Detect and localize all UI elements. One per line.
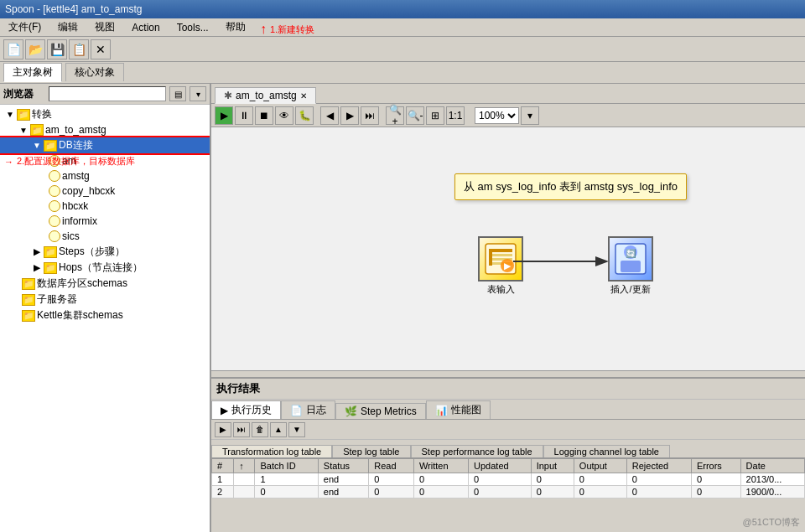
- browser-expand-btn[interactable]: ▤: [169, 86, 186, 101]
- clear-btn[interactable]: 🗑: [252, 422, 268, 437]
- file-icon-am: [49, 155, 60, 167]
- tab-main-objects[interactable]: 主对象树: [3, 63, 62, 82]
- tree-item-hbcxk[interactable]: hbcxk: [0, 199, 210, 214]
- main-layout: 浏览器 ▤ ▾ ▼ 📁 转换 ▼ 📁 am_to_amstg: [0, 84, 805, 532]
- step-table-input-label: 表输入: [467, 283, 534, 296]
- file-icon-informix: [49, 215, 60, 227]
- log-tab-step[interactable]: Step log table: [332, 445, 410, 457]
- col-written: Written: [413, 459, 468, 473]
- result-table-container: # ↑ Batch ID Status Read Written Updated…: [211, 458, 805, 532]
- zoom-select[interactable]: 100% 50% 75% 125% 150%: [475, 107, 519, 124]
- tree-label-hbcxk: hbcxk: [62, 200, 88, 212]
- col-status: Status: [318, 459, 368, 473]
- tree-item-db-connections[interactable]: ▼ 📁 DB连接: [0, 137, 210, 153]
- log-tab-channel[interactable]: Logging channel log table: [543, 445, 670, 457]
- tree-item-transforms[interactable]: ▼ 📁 转换: [0, 106, 210, 122]
- preview-button[interactable]: 👁: [275, 106, 293, 125]
- pause-button[interactable]: ⏸: [235, 106, 253, 125]
- tree-item-hops[interactable]: ▶ 📁 Hops（节点连接）: [0, 260, 210, 276]
- menu-help[interactable]: 帮助: [221, 18, 251, 36]
- table-cell: 0: [469, 486, 532, 498]
- browser-header: 浏览器 ▤ ▾: [0, 84, 210, 105]
- canvas-tab-bar: ✱ am_to_amstg ✕: [211, 84, 805, 104]
- canvas-tab-close[interactable]: ✕: [300, 91, 307, 101]
- tree-item-copy-hbcxk[interactable]: copy_hbcxk: [0, 183, 210, 199]
- step-insert-update-label: 插入/更新: [597, 283, 664, 296]
- expand-icon-steps: ▶: [30, 245, 44, 259]
- menu-bar: 文件(F) 编辑 视图 Action Tools... 帮助 ↑ 1.新建转换: [0, 18, 805, 37]
- menu-action[interactable]: Action: [127, 20, 164, 35]
- tree-item-sub-server[interactable]: 📁 子服务器: [0, 292, 210, 307]
- scroll-up-btn[interactable]: ▲: [270, 422, 287, 437]
- tab-log[interactable]: 📄 日志: [281, 400, 335, 419]
- folder-icon-sub-server: 📁: [22, 294, 35, 306]
- tree-item-amstg[interactable]: amstg: [0, 168, 210, 183]
- svg-rect-12: [621, 261, 641, 272]
- zoom-in-btn[interactable]: 🔍+: [386, 106, 404, 125]
- tree-item-kettle-schemas[interactable]: 📁 Kettle集群schemas: [0, 307, 210, 323]
- new-button[interactable]: 📄: [3, 39, 23, 59]
- log-tab-perf[interactable]: Step performance log table: [411, 445, 543, 457]
- file-icon-hbcxk: [49, 200, 60, 212]
- menu-file[interactable]: 文件(F): [3, 18, 46, 36]
- tree-label-am: am_to_amstg: [45, 124, 106, 136]
- menu-edit[interactable]: 编辑: [53, 18, 83, 36]
- zoom-dropdown-btn[interactable]: ▾: [521, 106, 539, 125]
- debug-button[interactable]: 🐛: [295, 106, 314, 125]
- folder-icon-db-schemas: 📁: [22, 278, 35, 290]
- zoom-100-btn[interactable]: 1:1: [446, 106, 465, 125]
- zoom-out-btn[interactable]: 🔍-: [406, 106, 424, 125]
- run-button[interactable]: ▶: [215, 106, 233, 125]
- table-cell: 0: [369, 486, 414, 498]
- step-insert-update[interactable]: 🔄 插入/更新: [597, 236, 664, 296]
- step-table-input[interactable]: ▶ 表输入: [467, 236, 534, 296]
- right-panel: ✱ am_to_amstg ✕ ▶ ⏸ ⏹ 👁 🐛 ◀ ▶ ⏭ 🔍+ 🔍- ⊞ …: [211, 84, 805, 532]
- save-button[interactable]: 💾: [47, 39, 67, 59]
- canvas-area[interactable]: 从 am sys_log_info 表到 amstg sys_log_info …: [211, 127, 805, 370]
- tree-label-transforms: 转换: [32, 107, 52, 121]
- tab-core-objects[interactable]: 核心对象: [65, 63, 124, 81]
- save-as-button[interactable]: 📋: [69, 39, 89, 59]
- table-cell: 1: [255, 473, 318, 486]
- menu-tools[interactable]: Tools...: [172, 20, 214, 35]
- col-input: Input: [531, 459, 574, 473]
- stop-button[interactable]: ⏹: [255, 106, 273, 125]
- open-button[interactable]: 📂: [25, 39, 45, 59]
- folder-icon-kettle-schemas: 📁: [22, 310, 35, 322]
- tree-item-informix[interactable]: informix: [0, 214, 210, 229]
- step-table-input-box[interactable]: ▶: [478, 236, 523, 281]
- exec-next-btn[interactable]: ⏭: [233, 422, 250, 437]
- tree-item-sics[interactable]: sics: [0, 229, 210, 244]
- log-tabs: Transformation log table Step log table …: [211, 440, 805, 458]
- browser-collapse-btn[interactable]: ▾: [190, 86, 206, 101]
- table-cell: 0: [369, 473, 414, 486]
- fit-btn[interactable]: ⊞: [426, 106, 444, 125]
- tab-step-metrics[interactable]: 🌿 Step Metrics: [335, 403, 426, 419]
- tree-label-kettle-schemas: Kettle集群schemas: [37, 308, 123, 323]
- table-cell: 0: [691, 486, 740, 498]
- menu-view[interactable]: 视图: [90, 18, 120, 36]
- col-date: Date: [740, 459, 804, 473]
- step-right-btn[interactable]: ▶: [340, 106, 359, 125]
- scroll-down-btn[interactable]: ▼: [288, 422, 305, 437]
- log-tab-transform[interactable]: Transformation log table: [211, 445, 332, 457]
- tab-exec-history[interactable]: ▶ 执行历史: [211, 400, 281, 419]
- exec-btn[interactable]: ▶: [215, 422, 231, 437]
- close-button[interactable]: ✕: [91, 39, 111, 59]
- step-end-btn[interactable]: ⏭: [361, 106, 379, 125]
- canvas-scrollbar[interactable]: [211, 370, 805, 377]
- browser-search-input[interactable]: [49, 86, 166, 101]
- tab-perf-chart[interactable]: 📊 性能图: [426, 400, 491, 419]
- watermark: @51CTO博客: [743, 516, 800, 529]
- tree-item-steps[interactable]: ▶ 📁 Steps（步骤）: [0, 244, 210, 260]
- tree-item-am[interactable]: am: [0, 153, 210, 168]
- tree-item-db-schemas[interactable]: 📁 数据库分区schemas: [0, 276, 210, 292]
- tree-item-am-to-amstg[interactable]: ▼ 📁 am_to_amstg: [0, 122, 210, 137]
- folder-icon-db: 📁: [44, 140, 57, 152]
- tree-label-db-schemas: 数据库分区schemas: [37, 276, 127, 291]
- table-cell: 1900/0...: [740, 486, 804, 498]
- step-left-btn[interactable]: ◀: [320, 106, 339, 125]
- canvas-tab-am[interactable]: ✱ am_to_amstg ✕: [215, 87, 316, 104]
- step-insert-update-box[interactable]: 🔄: [608, 236, 653, 281]
- browser-title: 浏览器: [3, 87, 45, 101]
